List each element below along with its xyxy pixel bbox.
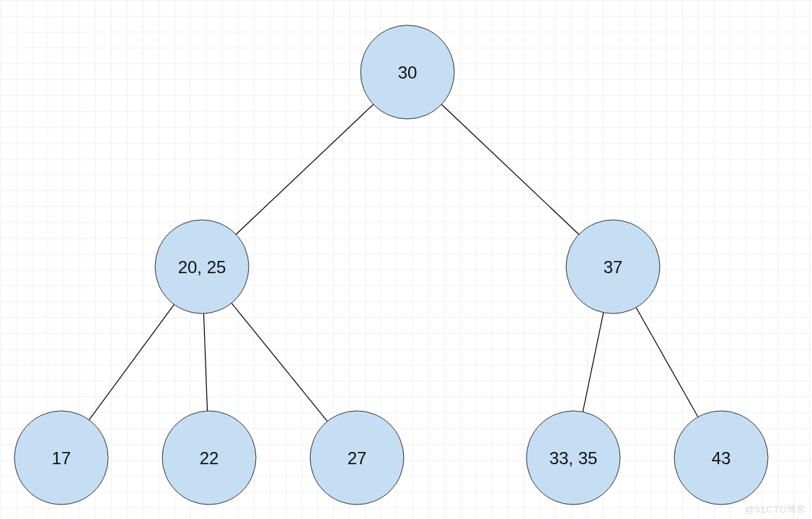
node-leaf_e: 43	[674, 411, 768, 505]
node-left1: 20, 25	[155, 220, 249, 314]
node-leaf_c: 27	[310, 411, 404, 505]
node-label: 43	[712, 448, 731, 468]
edge-root-left1	[236, 105, 374, 235]
node-leaf_b: 22	[162, 411, 256, 505]
node-label: 33, 35	[550, 448, 598, 468]
node-label: 20, 25	[178, 257, 226, 277]
node-leaf_d: 33, 35	[526, 411, 620, 505]
node-label: 30	[398, 63, 418, 82]
node-leaf_a: 17	[14, 411, 108, 505]
node-label: 22	[200, 448, 219, 468]
node-label: 37	[604, 257, 623, 277]
watermark: @51CTO博客	[745, 503, 806, 516]
node-label: 27	[348, 448, 367, 468]
edge-left1-leaf_a	[89, 304, 175, 420]
diagram-canvas: 30 20, 25 37 17 22 27 33, 35 43	[0, 0, 812, 519]
edge-left1-leaf_c	[231, 303, 327, 421]
tree-svg: 30 20, 25 37 17 22 27 33, 35 43	[0, 0, 812, 519]
node-root: 30	[361, 25, 454, 119]
node-label: 17	[52, 448, 71, 468]
edge-root-right1	[441, 105, 579, 235]
node-right1: 37	[566, 220, 660, 314]
edge-right1-leaf_e	[636, 308, 698, 417]
edge-right1-leaf_d	[583, 313, 604, 412]
edge-left1-leaf_b	[203, 314, 207, 411]
